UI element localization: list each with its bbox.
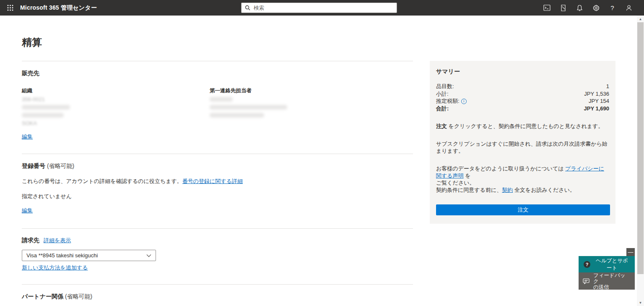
chevron-down-icon xyxy=(146,254,151,257)
registration-details-link[interactable]: 番号の登録に関する詳細 xyxy=(182,178,243,184)
edit-registration-link[interactable]: 編集 xyxy=(22,207,33,214)
cloud-shell-icon[interactable] xyxy=(539,0,555,16)
organization-block: 組織 356-0021 SOKA 編集 xyxy=(22,87,210,141)
feedback-button-label: フィードバックの送信 xyxy=(593,272,631,290)
agreement-note-text: をクリックすると、契約条件に同意したものと見なされます。 xyxy=(447,123,603,129)
help-icon[interactable]: ? xyxy=(604,0,621,16)
masked-bar xyxy=(22,113,64,118)
account-icon[interactable] xyxy=(621,0,637,16)
masked-bar xyxy=(210,97,233,102)
divider xyxy=(22,284,413,285)
summary-row-label: 小計: xyxy=(436,90,449,98)
registration-heading: 登録番号 (省略可能) xyxy=(22,162,413,170)
registration-status: 指定されていません xyxy=(22,193,413,200)
payment-method-select[interactable]: Visa **8945 takeshi sekiguchi xyxy=(22,250,156,261)
contact-masked-line xyxy=(210,96,287,102)
optional-label: (省略可能) xyxy=(65,293,92,300)
feedback-label-line2: の送信 xyxy=(593,284,609,290)
add-payment-method-link[interactable]: 新しい支払方法を追加する xyxy=(22,264,88,272)
scroll-down-arrow-icon[interactable]: ▼ xyxy=(637,299,644,306)
summary-row-items: 品目数: 1 xyxy=(436,83,609,90)
help-support-icon: ? xyxy=(584,261,590,268)
send-feedback-button[interactable]: フィードバックの送信 xyxy=(579,272,635,290)
help-and-support-button[interactable]: ? ヘルプとサポート xyxy=(579,256,635,272)
search-icon xyxy=(245,5,250,10)
order-word-bold: 注文 xyxy=(436,123,447,129)
privacy-note-post: を xyxy=(464,173,471,179)
top-bar: Microsoft 365 管理センター xyxy=(0,0,644,16)
collapse-help-button[interactable]: — xyxy=(626,248,635,256)
contract-note-post: 全文をお読みください。 xyxy=(513,187,575,193)
whats-new-icon[interactable] xyxy=(555,0,571,16)
summary-row-total: 合計: JPY 1,690 xyxy=(436,105,609,112)
sold-to-heading: 販売先 xyxy=(22,70,413,77)
privacy-note: お客様のデータをどのように取り扱うかについては プライバシーに関する声明 を xyxy=(436,165,609,179)
billing-heading: 請求先 xyxy=(22,237,39,244)
summary-row-value: JPY 154 xyxy=(589,97,609,105)
registration-description: これらの番号は、アカウントの詳細を確認するのに役立ちます。番号の登録に関する詳細 xyxy=(22,178,413,185)
masked-bar xyxy=(210,105,287,110)
feedback-bubble-icon xyxy=(583,278,589,284)
order-summary-panel: サマリー 品目数: 1 小計: JPY 1,536 推定税額:i JPY 154… xyxy=(430,61,615,224)
summary-rows: 品目数: 1 小計: JPY 1,536 推定税額:i JPY 154 合計: … xyxy=(436,83,609,112)
vertical-scrollbar[interactable]: ▲ ▼ xyxy=(637,16,644,306)
tax-label-text: 推定税額: xyxy=(436,98,460,104)
app-title[interactable]: Microsoft 365 管理センター xyxy=(20,4,97,12)
billing-details-link[interactable]: 詳細を表示 xyxy=(44,237,71,244)
order-button[interactable]: 注文 xyxy=(436,204,610,215)
summary-row-label: 合計: xyxy=(436,105,449,112)
checkout-main: 精算 販売先 組織 356-0021 SOKA 編集 第一連絡先担当者 xyxy=(22,16,413,306)
masked-bar xyxy=(210,113,264,118)
masked-bar xyxy=(22,105,70,110)
organization-masked-line: 356-0021 xyxy=(22,96,210,102)
edit-organization-link[interactable]: 編集 xyxy=(22,133,33,141)
organization-label: 組織 xyxy=(22,87,210,94)
contract-link[interactable]: 契約 xyxy=(502,187,513,193)
billing-heading-row: 請求先 詳細を表示 xyxy=(22,237,413,244)
divider xyxy=(22,154,413,154)
organization-masked-line xyxy=(22,104,210,110)
summary-row-tax: 推定税額:i JPY 154 xyxy=(436,97,609,105)
masked-text: SOKA xyxy=(22,120,37,126)
registration-description-text: これらの番号は、アカウントの詳細を確認するのに役立ちます。 xyxy=(22,178,182,184)
page-title: 精算 xyxy=(22,36,413,49)
help-button-label: ヘルプとサポート xyxy=(594,257,630,272)
partner-heading: パートナー関係 (省略可能) xyxy=(22,293,413,301)
privacy-note-line2: ご覧ください。 xyxy=(436,179,609,186)
summary-row-label: 推定税額:i xyxy=(436,97,467,105)
primary-contact-block: 第一連絡先担当者 xyxy=(210,87,287,141)
optional-label: (省略可能) xyxy=(47,162,74,169)
contact-masked-line xyxy=(210,104,287,110)
settings-gear-icon[interactable] xyxy=(588,0,604,16)
divider xyxy=(22,61,413,61)
topbar-icons: ? xyxy=(539,0,637,16)
scroll-up-arrow-icon[interactable]: ▲ xyxy=(637,16,644,22)
contract-note: 契約条件に同意する前に、契約 全文をお読みください。 xyxy=(436,186,609,194)
summary-row-label: 品目数: xyxy=(436,83,454,90)
contract-note-pre: 契約条件に同意する前に、 xyxy=(436,187,502,193)
summary-row-value: 1 xyxy=(606,83,609,90)
masked-text: 356-0021 xyxy=(22,96,45,102)
partner-heading-text: パートナー関係 xyxy=(22,293,63,300)
summary-row-value: JPY 1,536 xyxy=(584,90,609,98)
contact-masked-line xyxy=(210,112,287,118)
privacy-note-pre: お客様のデータをどのように取り扱うかについては xyxy=(436,165,565,172)
organization-masked-line xyxy=(22,112,210,118)
feedback-label-line1: フィードバック xyxy=(593,272,625,284)
summary-heading: サマリー xyxy=(436,68,609,76)
payment-method-value: Visa **8945 takeshi sekiguchi xyxy=(26,252,146,259)
floating-help-stack: — ? ヘルプとサポート フィードバックの送信 xyxy=(579,248,635,290)
app-launcher-icon[interactable] xyxy=(0,0,20,16)
search-input[interactable] xyxy=(254,5,393,11)
notifications-bell-icon[interactable] xyxy=(571,0,588,16)
registration-heading-text: 登録番号 xyxy=(22,162,45,169)
tax-info-icon[interactable]: i xyxy=(461,99,467,104)
summary-row-subtotal: 小計: JPY 1,536 xyxy=(436,90,609,98)
summary-row-value: JPY 1,690 xyxy=(584,105,609,112)
search-box[interactable] xyxy=(241,3,397,13)
organization-masked-line: SOKA xyxy=(22,120,210,126)
agreement-note: 注文 をクリックすると、契約条件に同意したものと見なされます。 xyxy=(436,123,609,130)
subscription-note: サブスクリプションはすぐに開始され、請求は次の月次請求書から始まります。 xyxy=(436,140,609,154)
divider xyxy=(22,228,413,229)
scrollbar-thumb[interactable] xyxy=(637,22,644,274)
